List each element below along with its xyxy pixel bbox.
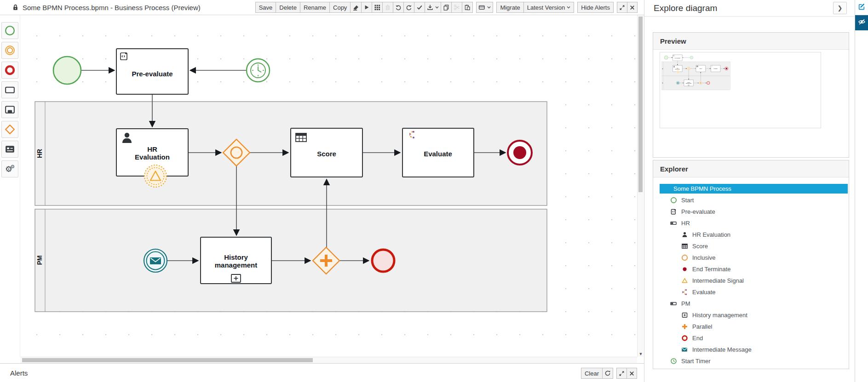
- eraser-icon: [352, 4, 359, 11]
- explorer-section-header: Explorer: [653, 160, 849, 177]
- version-button[interactable]: Latest Version: [523, 2, 574, 13]
- subprocess-history-label2: management: [215, 261, 258, 269]
- horizontal-scrollbar-thumb[interactable]: [22, 358, 313, 362]
- envelope-icon: [150, 257, 161, 264]
- cut-button[interactable]: [451, 2, 462, 13]
- chevron-down-icon: [487, 6, 491, 9]
- refresh-button[interactable]: [602, 368, 613, 379]
- explorer-item-pre-evaluate[interactable]: Pre-evaluate: [660, 206, 848, 217]
- subprocess-history-label1: History: [224, 253, 248, 261]
- task-score[interactable]: Score: [291, 128, 362, 177]
- p-start-icon: [4, 25, 16, 36]
- undo-button[interactable]: [393, 2, 404, 13]
- intermediate-signal-event[interactable]: [144, 165, 167, 187]
- validate-button[interactable]: [414, 2, 425, 13]
- explorer-item-label: Evaluate: [692, 289, 716, 296]
- duplicate-icon: [443, 4, 449, 11]
- explorer-item-score[interactable]: Score: [660, 240, 848, 252]
- explorer-item-evaluate[interactable]: Evaluate: [660, 286, 848, 298]
- migrate-button-label: Migrate: [500, 4, 520, 11]
- vertical-scrollbar[interactable]: ▼: [637, 15, 644, 357]
- scroll-down-arrow-icon[interactable]: ▼: [638, 352, 644, 356]
- close-button[interactable]: [627, 368, 637, 379]
- toolbar: SaveDeleteRenameCopyMigrateLatest Versio…: [252, 2, 638, 13]
- horizontal-scrollbar[interactable]: [20, 357, 637, 363]
- palette-subprocess-button[interactable]: [1, 101, 18, 118]
- explorer-item-intermediate-signal[interactable]: Intermediate Signal: [660, 275, 848, 286]
- palette-gateway-button[interactable]: [1, 121, 18, 138]
- lane-pm-label: PM: [36, 256, 43, 265]
- p-subprocess-icon: [4, 104, 16, 115]
- end-terminate-event[interactable]: [508, 141, 532, 165]
- edit-pencil-icon: [858, 3, 866, 12]
- clear-button[interactable]: Clear: [581, 368, 603, 379]
- button-group: [476, 2, 493, 13]
- explorer-item-label: Intermediate Message: [692, 346, 752, 353]
- explorer-item-history-management[interactable]: History management: [660, 309, 848, 321]
- task-pre-evaluate[interactable]: Pre-evaluate: [116, 49, 188, 94]
- explorer-item-some-bpmn-process[interactable]: Some BPMN Process: [660, 184, 848, 194]
- task-hr-evaluation-label2: Evaluation: [135, 153, 170, 161]
- explorer-item-label: PM: [681, 300, 690, 307]
- preview-minimap-viewport[interactable]: HR PM: [660, 52, 821, 128]
- rename-button[interactable]: Rename: [300, 2, 330, 13]
- explorer-item-hr-evaluation[interactable]: HR Evaluation: [660, 229, 848, 240]
- duplicate-button[interactable]: [441, 2, 452, 13]
- vertical-scrollbar-thumb[interactable]: [638, 17, 643, 192]
- start-event[interactable]: [53, 57, 81, 84]
- explorer-item-inclusive[interactable]: Inclusive: [660, 252, 848, 263]
- form-button[interactable]: [476, 2, 493, 13]
- start-timer-event[interactable]: [247, 59, 270, 82]
- close-button[interactable]: [627, 2, 638, 13]
- paste-button[interactable]: [462, 2, 473, 13]
- explorer-item-hr[interactable]: HR: [660, 217, 848, 229]
- explorer-item-start-timer[interactable]: Start Timer: [660, 355, 848, 367]
- palette-data-button[interactable]: [1, 141, 18, 158]
- eraser-button[interactable]: [350, 2, 362, 13]
- palette-start-button[interactable]: [1, 22, 18, 39]
- migrate-button[interactable]: Migrate: [496, 2, 523, 13]
- grid-button[interactable]: [372, 2, 383, 13]
- trash-button[interactable]: [382, 2, 393, 13]
- run-button[interactable]: [361, 2, 372, 13]
- lane-hr-label: HR: [36, 149, 43, 158]
- palette-gears-button[interactable]: ⚙⚙: [1, 160, 18, 177]
- collapse-panel-button[interactable]: ❯: [833, 2, 847, 14]
- redo-button[interactable]: [403, 2, 414, 13]
- maximize-button[interactable]: [617, 2, 627, 13]
- shapes-palette: ⚙⚙: [0, 15, 20, 357]
- svg-text:Evaluation: Evaluation: [675, 68, 680, 69]
- palette-intermediate-button[interactable]: [1, 42, 18, 59]
- maximize-button[interactable]: [616, 368, 627, 379]
- palette-end-button[interactable]: [1, 62, 18, 79]
- preview-section-header: Preview: [653, 33, 849, 50]
- p-gears-icon: ⚙⚙: [4, 163, 16, 175]
- preview-minimap-thumbnail: HR PM: [661, 54, 730, 91]
- edit-tab[interactable]: [855, 0, 868, 15]
- explorer-item-end-terminate[interactable]: End Terminate: [660, 263, 848, 275]
- process-explorer-tree: Some BPMN ProcessStartPre-evaluateHRHR E…: [653, 177, 849, 367]
- task-evaluate[interactable]: Evaluate: [402, 128, 474, 177]
- hide-alerts-button[interactable]: Hide Alerts: [577, 2, 614, 13]
- download-button[interactable]: [425, 2, 441, 13]
- explorer-item-pm[interactable]: PM: [660, 298, 848, 309]
- explorer-item-intermediate-message[interactable]: Intermediate Message: [660, 344, 848, 355]
- copy-button[interactable]: Copy: [329, 2, 351, 13]
- clear-button-label: Clear: [585, 370, 599, 377]
- table-icon: [296, 133, 306, 142]
- diagram-canvas[interactable]: HR PM: [20, 15, 637, 357]
- palette-task-button[interactable]: [1, 81, 18, 98]
- save-button[interactable]: Save: [255, 2, 276, 13]
- explorer-item-end[interactable]: End: [660, 332, 848, 344]
- delete-button[interactable]: Delete: [276, 2, 300, 13]
- subprocess-history-management[interactable]: History management: [201, 237, 271, 284]
- task-score-label: Score: [317, 150, 336, 158]
- paste-icon: [464, 4, 471, 11]
- intermediate-message-event[interactable]: [144, 249, 167, 272]
- explorer-item-start[interactable]: Start: [660, 194, 848, 206]
- end-event[interactable]: [372, 250, 394, 272]
- explorer-item-label: Score: [692, 243, 708, 250]
- view-tab[interactable]: [855, 15, 868, 30]
- explorer-item-label: Intermediate Signal: [692, 277, 744, 284]
- explorer-item-parallel[interactable]: Parallel: [660, 321, 848, 332]
